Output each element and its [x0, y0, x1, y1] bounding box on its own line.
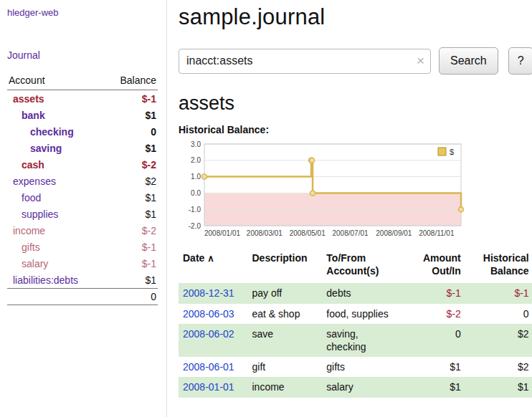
register-accounts: debts — [322, 283, 411, 303]
svg-text:2008/11/01: 2008/11/01 — [419, 229, 455, 237]
account-name-cell: bank — [7, 107, 105, 123]
svg-text:2008/07/01: 2008/07/01 — [333, 229, 369, 237]
account-name-cell: gifts — [7, 239, 105, 255]
accounts-header-account: Account — [7, 72, 105, 90]
account-name-cell: checking — [7, 123, 105, 140]
register-row: 2008-12-31pay offdebts$-1$-1 — [179, 283, 532, 303]
account-link-saving[interactable]: saving — [30, 143, 62, 154]
register-table: Date ∧ Description To/From Account(s) Am… — [179, 249, 532, 398]
account-name-cell: salary — [7, 255, 105, 272]
svg-text:2008/05/01: 2008/05/01 — [290, 229, 326, 237]
account-row: food$1 — [7, 189, 158, 206]
register-balance: $2 — [465, 324, 532, 357]
register-row: 2008-06-03eat & shopfood, supplies$-20 — [179, 304, 532, 324]
account-balance: $2 — [105, 173, 158, 189]
register-row: 2008-01-01incomesalary$1$1 — [179, 377, 532, 397]
clear-search-icon[interactable]: × — [417, 53, 424, 70]
register-date-link[interactable]: 2008-01-01 — [183, 381, 234, 393]
account-link-gifts[interactable]: gifts — [22, 241, 40, 253]
app-window: hledger-web Journal Account Balance asse… — [0, 0, 532, 417]
register-header-accounts: To/From Account(s) — [322, 249, 411, 283]
svg-text:$: $ — [450, 148, 454, 156]
register-amount: $1 — [411, 377, 465, 397]
account-name-cell: expenses — [7, 173, 105, 189]
register-amount: $-2 — [411, 304, 465, 324]
account-balance: 0 — [105, 123, 158, 140]
account-name-cell: cash — [7, 156, 105, 173]
register-header-amount: Amount Out/In — [411, 249, 465, 283]
account-link-cash[interactable]: cash — [22, 159, 44, 171]
account-name-cell: supplies — [7, 206, 105, 222]
account-link-income[interactable]: income — [13, 225, 45, 236]
search-input[interactable] — [179, 49, 431, 74]
register-header-row: Date ∧ Description To/From Account(s) Am… — [179, 249, 532, 283]
account-balance: $-1 — [105, 239, 158, 255]
accounts-total-spacer — [7, 289, 105, 305]
register-date-link[interactable]: 2008-06-02 — [183, 328, 234, 340]
account-row: checking0 — [7, 123, 158, 140]
account-name-cell: assets — [7, 90, 105, 107]
register-description: gift — [247, 357, 322, 377]
register-accounts: saving, checking — [322, 324, 411, 357]
account-row: bank$1 — [7, 107, 158, 123]
main-content: sample.journal × Search ? assets Histori… — [167, 0, 532, 417]
account-link-salary[interactable]: salary — [22, 258, 48, 269]
account-row: saving$1 — [7, 140, 158, 156]
account-row: gifts$-1 — [7, 239, 158, 255]
account-row: liabilities:debts$1 — [7, 272, 158, 289]
search-bar: × Search ? — [179, 47, 532, 75]
register-accounts: food, supplies — [322, 304, 411, 324]
page-title: sample.journal — [179, 4, 532, 30]
account-link-assets[interactable]: assets — [13, 93, 44, 105]
help-button[interactable]: ? — [508, 47, 532, 75]
register-balance: $-1 — [465, 283, 532, 303]
account-link-bank[interactable]: bank — [22, 110, 45, 121]
search-button[interactable]: Search — [439, 47, 498, 75]
account-name-cell: saving — [7, 140, 105, 156]
register-date-link[interactable]: 2008-06-01 — [183, 361, 234, 373]
account-link-liabilities-debts[interactable]: liabilities:debts — [13, 274, 78, 286]
svg-text:0.0: 0.0 — [191, 189, 201, 197]
register-balance: $1 — [465, 377, 532, 397]
register-balance: 0 — [465, 304, 532, 324]
app-title-link[interactable]: hledger-web — [7, 7, 158, 18]
account-row: assets$-1 — [7, 90, 158, 107]
account-balance: $1 — [105, 140, 158, 156]
svg-text:2008/03/01: 2008/03/01 — [247, 229, 282, 237]
account-link-expenses[interactable]: expenses — [13, 176, 56, 187]
search-box: × — [179, 49, 431, 74]
register-amount: $1 — [411, 357, 465, 377]
accounts-table: Account Balance assets$-1bank$1checking0… — [7, 72, 158, 305]
sidebar-item-journal[interactable]: Journal — [7, 49, 158, 61]
register-header-date[interactable]: Date ∧ — [179, 249, 247, 283]
register-date-cell: 2008-06-03 — [179, 304, 247, 324]
register-amount: 0 — [411, 324, 465, 357]
account-link-food[interactable]: food — [22, 192, 41, 203]
sidebar: hledger-web Journal Account Balance asse… — [0, 0, 167, 417]
register-header-date-label: Date — [183, 252, 204, 264]
accounts-total-value: 0 — [105, 289, 158, 305]
register-date-link[interactable]: 2008-12-31 — [183, 287, 234, 299]
account-balance: $1 — [105, 189, 158, 206]
historical-balance-chart: 3.02.01.00.0-1.0-2.02008/01/012008/03/01… — [179, 140, 532, 240]
account-link-supplies[interactable]: supplies — [22, 208, 58, 220]
account-name-cell: food — [7, 189, 105, 206]
register-date-cell: 2008-12-31 — [179, 283, 247, 303]
svg-text:2.0: 2.0 — [191, 156, 201, 164]
svg-text:3.0: 3.0 — [191, 140, 201, 148]
account-row: income$-2 — [7, 222, 158, 239]
sort-ascending-icon: ∧ — [207, 253, 214, 264]
account-row: supplies$1 — [7, 206, 158, 222]
account-link-checking[interactable]: checking — [30, 126, 74, 138]
register-row: 2008-06-02savesaving, checking0$2 — [179, 324, 532, 357]
register-date-cell: 2008-01-01 — [179, 377, 247, 397]
register-date-cell: 2008-06-02 — [179, 324, 247, 357]
chart-heading: Historical Balance: — [179, 124, 532, 135]
account-name-cell: income — [7, 222, 105, 239]
register-balance: $2 — [465, 357, 532, 377]
register-date-link[interactable]: 2008-06-03 — [183, 308, 234, 320]
register-accounts: gifts — [322, 357, 411, 377]
register-row: 2008-06-01giftgifts$1$2 — [179, 357, 532, 377]
svg-text:2008/01/01: 2008/01/01 — [204, 229, 240, 237]
register-date-cell: 2008-06-01 — [179, 357, 247, 377]
